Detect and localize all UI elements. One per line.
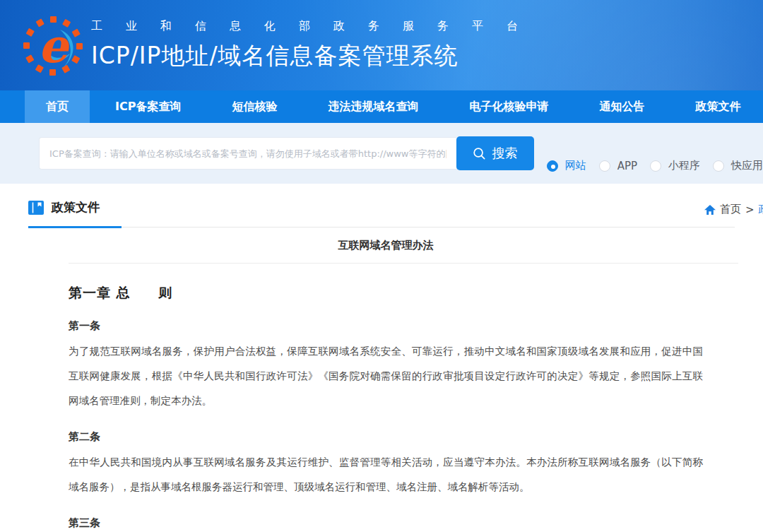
search-input[interactable] [39,137,456,170]
main-nav: 首页 ICP备案查询 短信核验 违法违规域名查询 电子化核验申请 通知公告 政策… [0,90,763,123]
breadcrumb-separator: > [745,203,755,216]
nav-item-sms-verify[interactable]: 短信核验 [206,90,302,123]
document-title: 互联网域名管理办法 [69,239,703,252]
article-label: 第三条 [69,516,703,530]
breadcrumb-current: 政策文件 [759,203,763,216]
article-1: 第一条 为了规范互联网域名服务，保护用户合法权益，保障互联网域名系统安全、可靠运… [69,319,703,413]
article-text: 为了规范互联网域名服务，保护用户合法权益，保障互联网域名系统安全、可靠运行，推动… [69,339,703,413]
search-button-label: 搜索 [492,145,517,162]
radio-icon [650,160,661,172]
nav-item-notices[interactable]: 通知公告 [574,90,670,123]
search-type-quickapp[interactable]: 快应用 [713,159,763,172]
svg-text:e: e [38,18,70,73]
radio-icon [599,160,610,172]
search-type-website[interactable]: 网站 [547,159,586,172]
article-text: 在中华人民共和国境内从事互联网域名服务及其运行维护、监督管理等相关活动，应当遵守… [69,450,703,500]
article-label: 第一条 [69,319,703,333]
platform-name: 工业和信息化部政务服务平台 [91,19,541,34]
chapter-heading: 第一章 总 则 [69,284,703,302]
article-label: 第二条 [69,430,703,444]
policy-content: 政策文件 首页 > 政策文件 互联网域名管理办法 第一章 总 则 第一条 为了规… [0,199,763,532]
search-button[interactable]: 搜索 [456,136,533,170]
search-type-app[interactable]: APP [599,160,637,172]
radio-selected-icon [547,160,558,172]
section-title: 政策文件 [52,199,100,215]
document: 互联网域名管理办法 第一章 总 则 第一条 为了规范互联网域名服务，保护用户合法… [69,239,703,532]
nav-item-policy-files[interactable]: 政策文件 [670,90,763,123]
nav-item-home[interactable]: 首页 [25,90,90,123]
miit-gear-e-logo-icon: e [23,10,83,81]
search-type-options: 网站 APP 小程序 快应用 [547,159,763,172]
breadcrumb-home[interactable]: 首页 [720,203,741,216]
search-section: 搜索 网站 APP 小程序 快应用 [0,123,763,184]
system-title: ICP/IP地址/域名信息备案管理系统 [91,40,541,72]
nav-item-e-verify[interactable]: 电子化核验申请 [444,90,574,123]
article-2: 第二条 在中华人民共和国境内从事互联网域名服务及其运行维护、监督管理等相关活动，… [69,430,703,500]
search-type-miniprogram[interactable]: 小程序 [650,159,700,172]
radio-icon [713,160,724,172]
search-icon [473,147,486,160]
section-header-row: 政策文件 首页 > 政策文件 [28,199,735,227]
nav-item-illegal-domain[interactable]: 违法违规域名查询 [302,90,444,123]
breadcrumb: 首页 > 政策文件 [704,203,763,216]
book-icon [28,201,44,215]
home-icon [704,205,716,215]
nav-item-icp-query[interactable]: ICP备案查询 [90,90,206,123]
article-3: 第三条 工业和信息化部对全国的域名服务实施监督管理，主要职责是：（一）制定互联网… [69,516,703,532]
divider [69,263,738,264]
site-header: e 工业和信息化部政务服务平台 ICP/IP地址/域名信息备案管理系统 [0,0,763,90]
